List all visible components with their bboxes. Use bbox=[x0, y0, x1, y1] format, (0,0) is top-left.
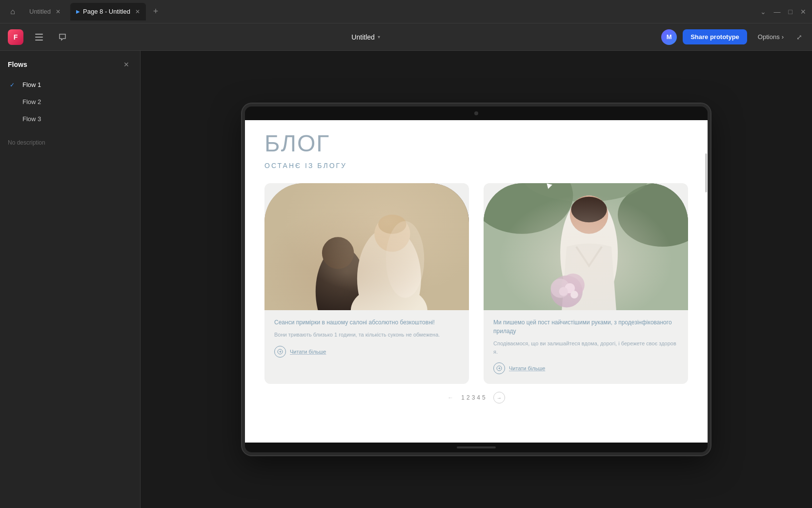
svg-rect-12 bbox=[484, 183, 688, 310]
file-title[interactable]: Untitled ▾ bbox=[351, 33, 380, 41]
options-button[interactable]: Options › bbox=[753, 30, 789, 43]
expand-button[interactable]: ⤢ bbox=[794, 31, 804, 43]
svg-point-5 bbox=[322, 237, 354, 269]
card2-image bbox=[484, 183, 688, 310]
page-num-5[interactable]: 5 bbox=[482, 394, 486, 401]
card2-read-more-icon bbox=[493, 362, 505, 374]
card2-img-bg bbox=[484, 183, 688, 310]
blog-card-2[interactable]: Ми пишемо цей пост найчистішими руками, … bbox=[484, 183, 688, 384]
card2-body: Ми пишемо цей пост найчистішими руками, … bbox=[484, 310, 688, 374]
device-home-indicator bbox=[457, 446, 496, 448]
flow2-label: Flow 2 bbox=[22, 98, 41, 106]
card1-image-wrapper bbox=[264, 183, 469, 310]
toolbar: F Untitled ▾ M Share prototype Opt bbox=[0, 23, 812, 51]
svg-rect-0 bbox=[35, 34, 43, 35]
figma-logo: F bbox=[8, 29, 23, 45]
tab-play-icon: ▶ bbox=[76, 9, 80, 14]
page-num-3[interactable]: 3 bbox=[472, 394, 475, 401]
pagination-numbers: 1 2 3 4 5 bbox=[461, 394, 485, 401]
comments-button[interactable] bbox=[55, 29, 70, 45]
blog-subtitle: ОСТАНЄ ІЗ БЛОГУ bbox=[264, 162, 688, 169]
svg-point-18 bbox=[571, 197, 607, 222]
svg-point-19 bbox=[550, 275, 582, 307]
svg-point-10 bbox=[386, 221, 425, 298]
page-num-1[interactable]: 1 bbox=[461, 394, 465, 401]
sidebar-close-button[interactable]: ✕ bbox=[121, 59, 132, 70]
main-content: Flows ✕ ✓ Flow 1 Flow 2 Flow 3 No descri… bbox=[0, 51, 812, 508]
blog-title: БЛОГ bbox=[264, 130, 688, 157]
tab-page8-label: Page 8 - Untitled bbox=[83, 8, 130, 15]
tab-close-inactive[interactable]: ✕ bbox=[56, 8, 61, 15]
card1-read-more-text: Читати більше bbox=[290, 349, 326, 355]
pagination-prev-button[interactable]: ← bbox=[447, 394, 453, 401]
sidebar-item-flow2[interactable]: Flow 2 bbox=[2, 93, 138, 110]
svg-point-20 bbox=[562, 274, 585, 296]
svg-point-9 bbox=[351, 285, 427, 310]
file-title-text: Untitled bbox=[351, 33, 374, 41]
flows-title: Flows bbox=[8, 61, 27, 68]
tab-page8[interactable]: ▶ Page 8 - Untitled ✕ bbox=[70, 3, 146, 21]
dropdown-button[interactable]: ⌄ bbox=[760, 8, 766, 16]
minimize-button[interactable]: — bbox=[774, 8, 781, 16]
flow3-label: Flow 3 bbox=[22, 115, 41, 123]
card1-text-main: Сеанси примірки в нашому салоні абсолютн… bbox=[274, 318, 459, 327]
sidebar: Flows ✕ ✓ Flow 1 Flow 2 Flow 3 No descri… bbox=[0, 51, 141, 508]
tab-untitled[interactable]: Untitled ✕ bbox=[23, 3, 66, 21]
card2-read-more-text: Читати більше bbox=[509, 365, 545, 371]
home-button[interactable]: ⌂ bbox=[6, 5, 20, 19]
svg-point-24 bbox=[570, 291, 578, 298]
card1-read-more-icon bbox=[274, 346, 286, 358]
device-frame: БЛОГ ОСТАНЄ ІЗ БЛОГУ bbox=[242, 104, 710, 455]
scrollbar-thumb[interactable] bbox=[705, 153, 707, 192]
svg-point-7 bbox=[374, 216, 410, 252]
sidebar-header: Flows ✕ bbox=[0, 51, 140, 76]
canvas-area[interactable]: БЛОГ ОСТАНЄ ІЗ БЛОГУ bbox=[141, 51, 812, 508]
flow1-label: Flow 1 bbox=[22, 81, 41, 88]
maximize-button[interactable]: □ bbox=[789, 8, 792, 16]
sidebar-toggle-button[interactable] bbox=[31, 29, 47, 45]
svg-point-15 bbox=[522, 183, 650, 202]
svg-point-21 bbox=[550, 278, 569, 297]
title-chevron-icon: ▾ bbox=[378, 34, 380, 40]
close-button[interactable]: ✕ bbox=[800, 8, 806, 16]
svg-point-8 bbox=[378, 215, 406, 234]
svg-rect-1 bbox=[35, 37, 43, 38]
card2-read-more-button[interactable]: Читати більше bbox=[493, 362, 678, 374]
new-tab-button[interactable]: + bbox=[150, 6, 162, 18]
pagination-right-icon: → bbox=[497, 395, 502, 401]
device-bottom-bar bbox=[245, 443, 708, 452]
share-prototype-button[interactable]: Share prototype bbox=[683, 29, 747, 44]
scrollbar[interactable] bbox=[705, 134, 708, 433]
sidebar-item-flow1[interactable]: ✓ Flow 1 bbox=[2, 76, 138, 93]
pagination: ← 1 2 3 4 5 → bbox=[264, 384, 688, 407]
device-screen: БЛОГ ОСТАНЄ ІЗ БЛОГУ bbox=[245, 120, 708, 443]
card2-text-secondary: Сподіваємося, що ви залишайтеся вдома, д… bbox=[493, 339, 678, 356]
svg-point-16 bbox=[560, 195, 618, 310]
page-num-4[interactable]: 4 bbox=[477, 394, 480, 401]
tab-label: Untitled bbox=[29, 8, 51, 15]
blog-cards: Сеанси примірки в нашому салоні абсолютн… bbox=[264, 183, 688, 384]
svg-rect-2 bbox=[35, 40, 43, 41]
card1-img-bg bbox=[264, 183, 469, 310]
svg-point-23 bbox=[559, 287, 568, 296]
flow1-check-icon: ✓ bbox=[10, 82, 18, 88]
svg-point-14 bbox=[618, 183, 688, 247]
sidebar-description: No description bbox=[0, 127, 140, 158]
card1-body: Сеанси примірки в нашому салоні абсолютн… bbox=[264, 310, 469, 358]
svg-point-13 bbox=[484, 183, 573, 234]
title-bar: ⌂ Untitled ✕ ▶ Page 8 - Untitled ✕ + ⌄ —… bbox=[0, 0, 812, 23]
user-avatar[interactable]: M bbox=[661, 29, 677, 45]
card2-text-main: Ми пишемо цей пост найчистішими руками, … bbox=[493, 318, 678, 336]
svg-point-17 bbox=[570, 195, 609, 234]
page-num-2[interactable]: 2 bbox=[467, 394, 470, 401]
card1-read-more-button[interactable]: Читати більше bbox=[274, 346, 459, 358]
blog-card-1[interactable]: Сеанси примірки в нашому салоні абсолютн… bbox=[264, 183, 469, 384]
tab-page8-close[interactable]: ✕ bbox=[135, 8, 140, 15]
card1-text-secondary: Вони тривають близько 1 години, та кільк… bbox=[274, 331, 459, 339]
sidebar-item-flow3[interactable]: Flow 3 bbox=[2, 110, 138, 127]
card2-image-wrapper bbox=[484, 183, 688, 310]
screen-content: БЛОГ ОСТАНЄ ІЗ БЛОГУ bbox=[245, 120, 708, 443]
svg-point-6 bbox=[357, 228, 421, 310]
pagination-circle-button[interactable]: → bbox=[493, 392, 505, 403]
svg-point-4 bbox=[316, 247, 367, 310]
